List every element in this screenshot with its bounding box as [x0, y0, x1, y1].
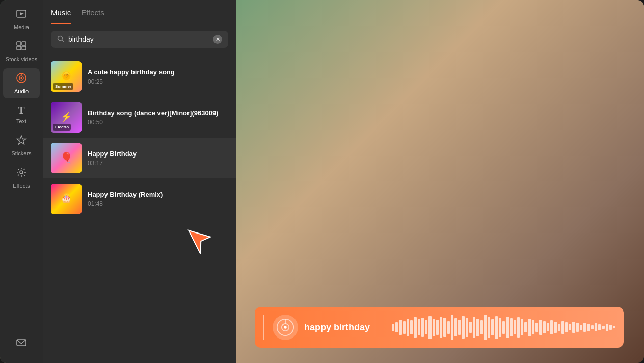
- tab-music[interactable]: Music: [51, 8, 71, 24]
- waveform-bar: [613, 326, 615, 328]
- sidebar-item-envelope[interactable]: [3, 333, 40, 355]
- svg-point-26: [284, 326, 286, 328]
- media-icon: [16, 8, 27, 22]
- now-playing-icon: [273, 315, 298, 340]
- waveform-bar: [443, 318, 446, 337]
- waveform-bar: [565, 322, 568, 332]
- sidebar-item-media[interactable]: Media: [3, 4, 40, 34]
- sidebar: Media Stock videos Audio T Text: [0, 0, 43, 363]
- waveform-bar: [418, 319, 420, 335]
- svg-rect-2: [17, 42, 21, 45]
- text-icon: T: [18, 105, 24, 116]
- waveform-bar: [535, 323, 538, 332]
- stickers-icon: [16, 135, 27, 148]
- svg-marker-1: [20, 12, 24, 15]
- waveform-bar: [447, 321, 450, 334]
- search-clear-button[interactable]: ✕: [213, 35, 222, 44]
- stock-videos-icon: [16, 40, 27, 54]
- panel-tabs: Music Effects: [43, 0, 236, 24]
- search-icon: [57, 35, 64, 44]
- search-bar: ✕: [51, 31, 228, 48]
- waveform-bar: [598, 324, 601, 330]
- music-info-4: Happy Birthday (Remix) 01:48: [88, 191, 228, 208]
- waveform-bar: [458, 320, 461, 335]
- waveform-bar: [410, 320, 413, 334]
- svg-point-21: [58, 36, 63, 40]
- music-title-3: Happy Birthday: [88, 150, 228, 158]
- svg-line-22: [62, 40, 64, 42]
- waveform-bar: [425, 320, 427, 334]
- music-duration-1: 00:25: [88, 78, 228, 85]
- envelope-icon: [16, 337, 27, 351]
- svg-line-16: [18, 169, 19, 170]
- waveform-bar: [469, 322, 472, 333]
- music-thumb-3: 🎈: [51, 143, 82, 173]
- waveform-bar: [466, 318, 468, 337]
- waveform-bar: [392, 324, 394, 331]
- svg-rect-4: [17, 46, 21, 50]
- svg-marker-10: [17, 136, 26, 144]
- svg-rect-5: [22, 46, 26, 50]
- sidebar-item-effects-label: Effects: [13, 183, 30, 189]
- music-info-1: A cute happy birthday song 00:25: [88, 68, 228, 85]
- music-thumb-4: 🎂: [51, 184, 82, 214]
- sidebar-item-stickers[interactable]: Stickers: [3, 131, 40, 161]
- svg-marker-23: [189, 227, 213, 255]
- waveform-bar: [609, 325, 612, 330]
- now-playing-title: happy birthday: [304, 322, 386, 333]
- waveform-bar: [473, 317, 475, 338]
- svg-line-18: [24, 169, 25, 170]
- waveform-bar: [407, 319, 409, 336]
- sidebar-item-effects[interactable]: Effects: [3, 163, 40, 193]
- music-list: Summer 🌞 A cute happy birthday song 00:2…: [43, 54, 236, 363]
- waveform-bar: [539, 320, 542, 335]
- waveform-bar: [436, 320, 439, 335]
- music-item-1[interactable]: Summer 🌞 A cute happy birthday song 00:2…: [43, 56, 236, 97]
- waveform-bar: [484, 315, 487, 340]
- waveform-bar: [502, 321, 505, 334]
- waveform-bar: [532, 320, 534, 334]
- waveform-bar: [403, 321, 406, 334]
- waveform-bar: [595, 323, 597, 331]
- waveform-bar: [587, 324, 589, 331]
- waveform-bar: [480, 320, 483, 334]
- waveform-bar: [488, 317, 490, 338]
- waveform-bar: [554, 322, 556, 333]
- waveform-bar: [491, 319, 494, 335]
- sidebar-item-stock-label: Stock videos: [6, 56, 37, 62]
- waveform: [392, 315, 615, 340]
- waveform-bar: [451, 315, 453, 340]
- tab-effects[interactable]: Effects: [81, 8, 104, 24]
- music-title-4: Happy Birthday (Remix): [88, 191, 228, 198]
- sidebar-item-text[interactable]: T Text: [3, 100, 40, 128]
- waveform-bar: [514, 320, 516, 334]
- waveform-bar: [499, 318, 501, 337]
- waveform-bar: [558, 324, 560, 331]
- sidebar-item-audio-label: Audio: [14, 88, 29, 94]
- waveform-bar: [576, 323, 579, 332]
- waveform-bar: [399, 320, 401, 335]
- waveform-bar: [569, 324, 571, 330]
- sidebar-item-audio[interactable]: Audio: [3, 68, 40, 98]
- svg-point-8: [21, 77, 22, 79]
- svg-line-19: [18, 175, 19, 176]
- music-thumb-2: Electro ⚡: [51, 102, 82, 133]
- effects-icon: [16, 167, 27, 180]
- music-info-3: Happy Birthday 03:17: [88, 150, 228, 167]
- sidebar-item-stock-videos[interactable]: Stock videos: [3, 36, 40, 66]
- svg-line-17: [24, 175, 25, 176]
- music-item-3[interactable]: 🎈 Happy Birthday 03:17: [43, 138, 236, 178]
- waveform-bar: [528, 319, 531, 336]
- music-title-2: Birthday song (dance ver)[Minor](963009): [88, 109, 228, 117]
- waveform-bar: [517, 317, 520, 338]
- music-item-4[interactable]: 🎂 Happy Birthday (Remix) 01:48: [43, 178, 236, 219]
- waveform-bar: [454, 318, 457, 336]
- music-item-2[interactable]: Electro ⚡ Birthday song (dance ver)[Mino…: [43, 97, 236, 138]
- now-playing-divider: [263, 315, 264, 340]
- waveform-bar: [580, 325, 582, 330]
- music-title-1: A cute happy birthday song: [88, 68, 228, 76]
- waveform-bar: [476, 319, 479, 336]
- now-playing-bar[interactable]: happy birthday: [255, 307, 624, 348]
- waveform-bar: [606, 324, 608, 331]
- search-input[interactable]: [68, 35, 209, 43]
